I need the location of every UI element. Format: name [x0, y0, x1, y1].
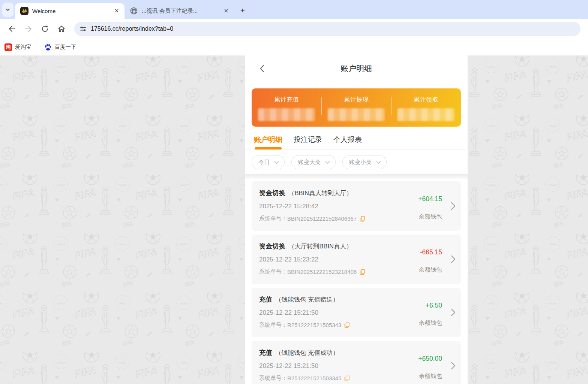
chevron-down-icon: [274, 161, 279, 164]
copy-button[interactable]: [344, 375, 350, 381]
browser-toolbar: 175616.cc/reports/index?tab=0: [0, 19, 588, 39]
masked-value: [328, 108, 385, 121]
order-number-label: 系统单号：: [259, 215, 287, 222]
copy-icon: [360, 216, 365, 222]
order-number: R2512221521505343: [287, 322, 341, 328]
summary-total-claimed: 累计领取: [391, 88, 461, 127]
account-detail-app: 账户明细 累计充值 累计提现 累计领取 账户明细 投注记录 个人报表: [245, 55, 468, 384]
masked-value: [398, 108, 454, 121]
record-card[interactable]: 资金切换 （BBIN真人转到大厅） 2025-12-22 15:28:42 系统…: [252, 181, 461, 231]
chevron-down-icon: [325, 161, 330, 164]
tab-betting-records[interactable]: :::视讯 会员下注纪录::: ✕: [124, 3, 234, 19]
tab-bet-records[interactable]: 投注记录: [294, 135, 322, 149]
copy-icon: [360, 269, 365, 275]
forward-arrow-icon: [24, 25, 33, 33]
filter-label: 今日: [258, 159, 270, 166]
record-description: （BBIN真人转到大厅）: [288, 189, 352, 197]
globe-icon: [130, 7, 138, 15]
record-wallet: 余额钱包: [419, 213, 442, 221]
chevron-right-icon[interactable]: [451, 255, 456, 263]
page-title: 账户明细: [340, 63, 372, 74]
taobao-icon: 淘: [4, 43, 12, 51]
summary-card: 累计充值 累计提现 累计领取: [252, 88, 461, 127]
order-number-label: 系统单号：: [259, 375, 287, 382]
record-list: 资金切换 （BBIN真人转到大厅） 2025-12-22 15:28:42 系统…: [245, 179, 468, 384]
record-info: 资金切换 （大厅转到BBIN真人） 2025-12-22 15:23:22 系统…: [259, 242, 401, 278]
summary-label: 累计领取: [414, 96, 438, 104]
record-card[interactable]: 充值 （钱能钱包 充值赠送） 2025-12-22 15:21:50 系统单号：…: [252, 288, 461, 337]
chevron-right-icon[interactable]: [451, 202, 456, 210]
bookmark-taobao[interactable]: 淘 爱淘宝: [4, 43, 32, 51]
back-button-app[interactable]: [255, 55, 269, 82]
tab-title: :::视讯 会员下注纪录:::: [142, 7, 223, 15]
record-card[interactable]: 充值 （钱能钱包 充值成功） 2025-12-22 15:21:50 系统单号：…: [252, 341, 461, 384]
order-number-label: 系统单号：: [259, 321, 287, 329]
bookmark-baidu[interactable]: 百度一下: [44, 43, 76, 51]
copy-button[interactable]: [360, 216, 365, 222]
record-timestamp: 2025-12-22 15:21:50: [259, 362, 401, 370]
record-timestamp: 2025-12-22 15:21:50: [259, 309, 401, 317]
filter-date-dropdown[interactable]: 今日: [252, 155, 285, 169]
order-number: R2512221521503345: [287, 375, 341, 381]
forward-button[interactable]: [22, 22, 35, 35]
bookmark-label: 爱淘宝: [15, 43, 32, 51]
record-wallet: 余额钱包: [419, 266, 442, 274]
order-number-label: 系统单号：: [259, 268, 287, 275]
summary-label: 累计提现: [344, 96, 369, 104]
order-number: BBIN202512221523218406: [287, 269, 357, 275]
chevron-down-icon: [376, 161, 381, 164]
record-amount: -665.15: [420, 248, 442, 256]
record-wallet: 余额钱包: [419, 319, 442, 327]
new-tab-button[interactable]: +: [237, 5, 248, 16]
record-amount: +650.00: [418, 355, 442, 363]
tab-close-icon[interactable]: ✕: [223, 7, 230, 14]
reload-button[interactable]: [39, 22, 51, 35]
copy-button[interactable]: [344, 322, 350, 328]
record-card[interactable]: 资金切换 （大厅转到BBIN真人） 2025-12-22 15:23:22 系统…: [252, 235, 461, 284]
copy-icon: [344, 375, 350, 381]
tab-separator: [235, 6, 235, 14]
address-bar[interactable]: 175616.cc/reports/index?tab=0: [74, 22, 580, 36]
record-amount: +604.15: [418, 195, 442, 203]
record-description: （钱能钱包 充值成功）: [275, 349, 339, 357]
record-amount-block: +6.50 余额钱包: [401, 295, 453, 331]
record-info: 资金切换 （BBIN真人转到大厅） 2025-12-22 15:28:42 系统…: [259, 188, 401, 225]
reload-icon: [41, 25, 49, 33]
back-button[interactable]: [6, 22, 18, 35]
record-timestamp: 2025-12-22 15:23:22: [259, 256, 401, 263]
tab-close-icon[interactable]: ✕: [113, 7, 120, 14]
record-info: 充值 （钱能钱包 充值赠送） 2025-12-22 15:21:50 系统单号：…: [259, 295, 401, 331]
tab-personal-report[interactable]: 个人报表: [333, 135, 362, 149]
record-wallet: 余额钱包: [419, 372, 442, 380]
tab-account-detail[interactable]: 账户明细: [254, 135, 282, 149]
tab-search-button[interactable]: [2, 3, 14, 17]
record-amount-block: +650.00 余额钱包: [401, 348, 453, 384]
app-header: 账户明细: [245, 55, 468, 82]
page-viewport: FIFA: [0, 55, 588, 384]
site-favicon-gold-dragon: [20, 7, 28, 15]
baidu-paw-icon: [44, 43, 52, 51]
report-tabbar: 账户明细 投注记录 个人报表: [245, 127, 468, 150]
url-text[interactable]: 175616.cc/reports/index?tab=0: [91, 25, 173, 32]
copy-icon: [344, 322, 350, 328]
filter-label: 账变小类: [349, 159, 372, 166]
back-arrow-icon: [8, 25, 16, 33]
record-amount: +6.50: [426, 302, 442, 309]
copy-button[interactable]: [360, 269, 365, 275]
chevron-right-icon[interactable]: [451, 308, 456, 317]
filter-major-type-dropdown[interactable]: 账变大类: [291, 155, 336, 169]
site-info-icon[interactable]: [80, 25, 87, 33]
record-type: 资金切换: [259, 242, 285, 251]
filter-minor-type-dropdown[interactable]: 账变小类: [342, 155, 387, 169]
summary-divider: [391, 97, 392, 115]
record-description: （钱能钱包 充值赠送）: [275, 296, 339, 304]
bookmarks-bar: 淘 爱淘宝 百度一下: [0, 39, 588, 55]
record-amount-block: -665.15 余额钱包: [401, 242, 453, 278]
record-type: 资金切换: [259, 188, 285, 197]
record-description: （大厅转到BBIN真人）: [288, 242, 352, 251]
home-button[interactable]: [55, 22, 68, 35]
tab-welcome[interactable]: Welcome ✕: [15, 3, 124, 19]
summary-total-deposit: 累计充值: [252, 88, 321, 127]
bookmark-label: 百度一下: [55, 43, 76, 51]
chevron-right-icon[interactable]: [451, 362, 456, 370]
